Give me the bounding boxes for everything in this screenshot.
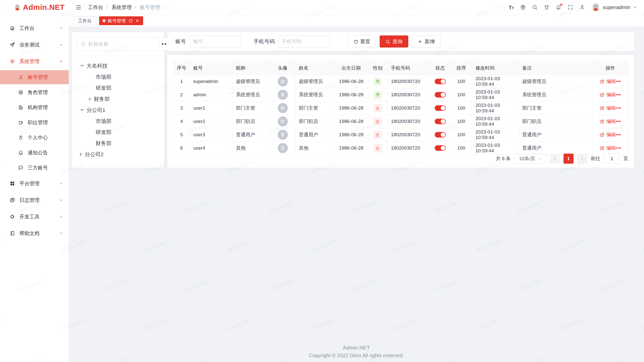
status-toggle[interactable] bbox=[435, 79, 446, 84]
status-toggle[interactable] bbox=[435, 119, 446, 124]
reset-button[interactable]: 重置 bbox=[347, 35, 376, 48]
footer-copyright: Copyright © 2022 Dilon All rights reserv… bbox=[69, 353, 644, 358]
cell-sort: 100 bbox=[451, 75, 472, 88]
sidebar-item-三方账号[interactable]: 三方账号 bbox=[0, 161, 69, 175]
tree-node-分公司1[interactable]: 分公司1 bbox=[77, 105, 159, 116]
bell-icon[interactable] bbox=[556, 5, 561, 10]
cell-avatar_char: 超 bbox=[270, 75, 295, 88]
status-toggle[interactable] bbox=[435, 105, 446, 111]
sidebar-item-平台管理[interactable]: 平台管理 bbox=[0, 176, 69, 191]
sidebar-item-机构管理[interactable]: 机构管理 bbox=[0, 100, 69, 114]
close-icon[interactable] bbox=[135, 19, 139, 23]
cell-nickname: 其他 bbox=[232, 142, 270, 155]
sidebar-item-工作台[interactable]: 工作台 bbox=[0, 20, 69, 36]
cell-account: user3 bbox=[190, 128, 232, 141]
goto-page-input[interactable] bbox=[604, 154, 620, 164]
tree-node-大名科技[interactable]: 大名科技 bbox=[77, 60, 159, 71]
status-toggle[interactable] bbox=[435, 145, 446, 151]
cell-phone: 18020030720 bbox=[387, 88, 430, 101]
sidebar-item-个人中心[interactable]: 个人中心 bbox=[0, 130, 69, 145]
tree-node-市场部[interactable]: 市场部 bbox=[77, 116, 159, 127]
prev-page-button[interactable] bbox=[550, 154, 560, 164]
gender-badge: 男 bbox=[374, 77, 382, 85]
tree-node-财务部[interactable]: 财务部 bbox=[77, 94, 159, 105]
edit-label: 编辑 bbox=[607, 131, 616, 138]
breadcrumb-item[interactable]: 工作台 bbox=[88, 4, 103, 11]
query-button[interactable]: 查询 bbox=[380, 35, 408, 48]
page-size-select[interactable]: 10条/页 bbox=[514, 154, 546, 164]
tree-node-label: 财务部 bbox=[94, 96, 110, 103]
edit-button[interactable]: 编辑 bbox=[600, 92, 616, 98]
column-header-姓名: 姓名 bbox=[295, 62, 334, 75]
status-toggle[interactable] bbox=[435, 132, 446, 138]
breadcrumb-item[interactable]: 系统管理 bbox=[111, 4, 132, 11]
page-number-1[interactable]: 1 bbox=[564, 154, 574, 164]
refresh-icon bbox=[353, 39, 358, 44]
tab-账号管理[interactable]: 账号管理 bbox=[99, 16, 143, 25]
edit-button[interactable]: 编辑 bbox=[600, 105, 616, 111]
more-actions-button[interactable]: ••• bbox=[616, 145, 621, 151]
sidebar-item-帮助文档[interactable]: 帮助文档 bbox=[0, 225, 69, 241]
filter-bar: 账号 手机号码 重置 查询 新增 bbox=[167, 32, 634, 51]
cell-seq: 4 bbox=[174, 115, 190, 128]
org-icon bbox=[18, 105, 23, 110]
caret-right-icon[interactable] bbox=[80, 152, 82, 156]
edit-button[interactable]: 编辑 bbox=[600, 118, 616, 125]
cell-name: 部门主管 bbox=[295, 102, 334, 115]
account-filter-input[interactable] bbox=[189, 35, 241, 48]
cell-update_time: 2023-01-03 10:59:44 bbox=[472, 115, 519, 128]
caret-right-icon[interactable] bbox=[89, 97, 91, 101]
next-page-button[interactable] bbox=[577, 154, 587, 164]
more-actions-button[interactable]: ••• bbox=[616, 132, 621, 138]
edit-button[interactable]: 编辑 bbox=[600, 145, 616, 151]
caret-down-icon[interactable] bbox=[80, 109, 84, 111]
account-table-card: 序号账号昵称头像姓名出生日期性别手机号码状态排序修改时间备注操作1superad… bbox=[167, 55, 634, 168]
menu-fold-icon[interactable] bbox=[75, 4, 82, 10]
tree-node-财务部[interactable]: 财务部 bbox=[77, 138, 159, 149]
sidebar-item-职位管理[interactable]: 职位管理 bbox=[0, 115, 69, 129]
add-button[interactable]: 新增 bbox=[412, 35, 440, 48]
app-title: Admin.NET bbox=[23, 3, 65, 12]
caret-down-icon[interactable] bbox=[80, 65, 84, 67]
org-search-input[interactable] bbox=[88, 41, 155, 47]
more-actions-button[interactable]: ••• bbox=[616, 79, 621, 84]
search-icon[interactable] bbox=[532, 5, 538, 10]
more-actions-button[interactable]: ••• bbox=[616, 105, 621, 111]
tree-node-分公司2[interactable]: 分公司2 bbox=[77, 149, 159, 160]
more-actions-button[interactable]: ••• bbox=[616, 119, 621, 124]
sidebar-item-账号管理[interactable]: 账号管理 bbox=[0, 70, 69, 84]
refresh-icon[interactable] bbox=[128, 19, 133, 23]
tab-工作台[interactable]: 工作台 bbox=[73, 16, 96, 25]
fullscreen-icon[interactable] bbox=[568, 5, 573, 10]
sidebar-item-label: 平台管理 bbox=[19, 180, 55, 187]
sidebar-item-业务测试[interactable]: 业务测试 bbox=[0, 37, 69, 53]
tree-node-label: 市场部 bbox=[96, 73, 111, 80]
edit-icon bbox=[600, 119, 605, 124]
language-icon[interactable] bbox=[520, 5, 526, 10]
sidebar-item-系统管理[interactable]: 系统管理 bbox=[0, 54, 69, 69]
font-size-icon[interactable]: TT bbox=[509, 5, 514, 10]
user-icon[interactable] bbox=[579, 5, 585, 10]
language-icon bbox=[520, 5, 526, 10]
sidebar-item-日志管理[interactable]: 日志管理 bbox=[0, 192, 69, 208]
tree-node-label: 研发部 bbox=[96, 84, 111, 92]
user-menu[interactable]: superadmin bbox=[591, 3, 637, 12]
phone-filter-input[interactable] bbox=[278, 35, 330, 48]
edit-button[interactable]: 编辑 bbox=[600, 78, 616, 85]
sidebar-item-角色管理[interactable]: 角色管理 bbox=[0, 85, 69, 99]
sidebar-item-通知公告[interactable]: 通知公告 bbox=[0, 146, 69, 160]
tree-node-研发部[interactable]: 研发部 bbox=[77, 82, 159, 94]
cell-seq: 2 bbox=[174, 88, 190, 101]
more-actions-button[interactable]: ••• bbox=[616, 92, 621, 98]
cell-gender: 男 bbox=[368, 88, 387, 101]
sidebar-item-label: 三方账号 bbox=[28, 164, 48, 171]
tree-node-市场部[interactable]: 市场部 bbox=[77, 71, 159, 82]
tree-node-研发部[interactable]: 研发部 bbox=[77, 127, 159, 138]
theme-icon[interactable] bbox=[544, 5, 549, 10]
avatar: 普 bbox=[278, 130, 288, 140]
edit-button[interactable]: 编辑 bbox=[600, 131, 616, 138]
status-toggle[interactable] bbox=[435, 92, 446, 98]
sidebar-item-开发工具[interactable]: 开发工具 bbox=[0, 209, 69, 224]
table-row: 6user4其他其其他1986-06-28女180200307201002023… bbox=[174, 142, 628, 155]
chevron-down-icon bbox=[59, 198, 63, 202]
